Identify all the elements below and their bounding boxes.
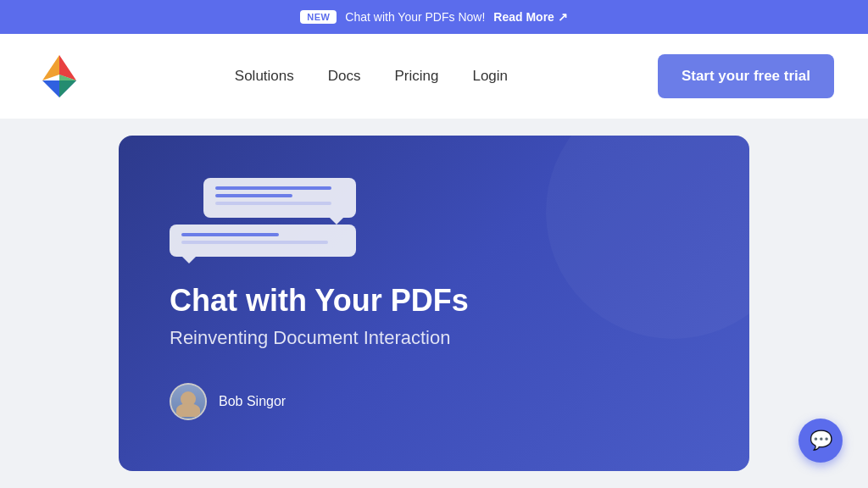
nav-solutions[interactable]: Solutions [235,68,294,85]
bubble-line [181,241,328,244]
nav-login[interactable]: Login [472,68,508,85]
main-content: Chat with Your PDFs Reinventing Document… [0,119,868,488]
logo[interactable] [34,51,85,102]
nav-links: Solutions Docs Pricing Login [235,68,508,85]
bubble-line [215,186,331,190]
author-row: Bob Singor [170,383,698,420]
navbar: Solutions Docs Pricing Login Start your … [0,34,868,119]
chat-fab-button[interactable]: 💬 [798,419,843,463]
bubble-line [215,202,331,205]
svg-marker-1 [42,55,59,80]
chat-illustration [170,178,698,257]
banner-text: Chat with Your PDFs Now! [345,10,485,24]
hero-title: Chat with Your PDFs [170,282,698,319]
cta-button[interactable]: Start your free trial [658,54,834,98]
chat-bubbles [170,178,356,257]
avatar-body [176,403,200,417]
avatar-silhouette [171,385,205,419]
hero-card: Chat with Your PDFs Reinventing Document… [119,136,749,471]
hero-subtitle: Reinventing Document Interaction [170,327,698,349]
announcement-banner: NEW Chat with Your PDFs Now! Read More ↗ [0,0,868,34]
banner-link[interactable]: Read More ↗ [493,10,567,24]
author-name: Bob Singor [219,394,286,409]
bubble-line [181,233,279,236]
avatar [170,383,207,420]
chat-fab-icon: 💬 [810,430,832,452]
nav-pricing[interactable]: Pricing [394,68,438,85]
chat-bubble-1 [203,178,356,218]
chat-bubble-2 [170,225,356,257]
new-badge: NEW [300,10,337,24]
bubble-line [215,194,292,197]
nav-docs[interactable]: Docs [328,68,361,85]
